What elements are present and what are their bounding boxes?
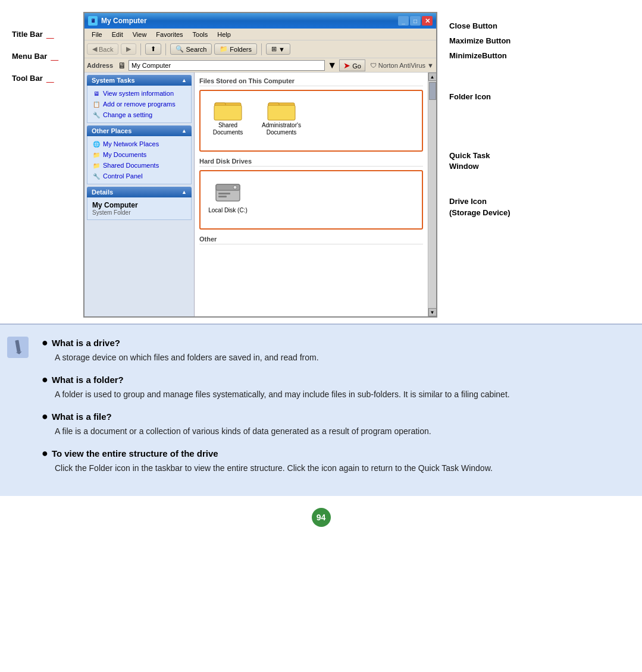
sidebar-item-my-docs[interactable]: 📁 My Documents: [90, 149, 189, 160]
system-tasks-header[interactable]: System Tasks ▲: [87, 75, 192, 86]
shared-docs-label: Shared Documents: [103, 162, 159, 169]
other-places-section: Other Places ▲ 🌐 My Network Places 📁: [87, 125, 192, 184]
info-body-file: A file is a document or a collection of …: [55, 425, 624, 438]
shared-documents-folder[interactable]: Shared Documents: [204, 95, 252, 139]
scrollbar-thumb[interactable]: [429, 82, 436, 100]
system-tasks-section: System Tasks ▲ 🖥 View system information…: [87, 75, 192, 123]
info-title-file: ● What is a file?: [42, 410, 624, 423]
svg-rect-5: [268, 105, 295, 120]
menu-edit[interactable]: Edit: [107, 30, 128, 39]
other-places-chevron: ▲: [181, 128, 187, 134]
go-arrow-icon: ➤: [343, 61, 350, 70]
other-places-header[interactable]: Other Places ▲: [87, 125, 192, 136]
add-remove-label: Add or remove programs: [103, 101, 176, 108]
scroll-down-button[interactable]: ▼: [428, 308, 437, 316]
norton-icon: 🛡: [370, 62, 377, 69]
address-input[interactable]: [129, 60, 325, 71]
menu-favorites[interactable]: Favorites: [151, 30, 187, 39]
back-button[interactable]: ◀ Back: [87, 43, 118, 55]
info-title-drive-text: What is a drive?: [52, 338, 120, 348]
menu-view[interactable]: View: [128, 30, 152, 39]
views-dropdown-icon: ▼: [278, 46, 285, 53]
views-button[interactable]: ⊞ ▼: [266, 43, 290, 55]
details-chevron: ▲: [181, 189, 187, 195]
other-places-label: Other Places: [92, 127, 131, 134]
address-dropdown-icon[interactable]: ▼: [327, 60, 337, 71]
minimize-button[interactable]: _: [398, 16, 409, 26]
drives-grid: Local Disk (C:): [204, 175, 418, 216]
details-label: Details: [92, 189, 113, 196]
address-label: Address: [87, 62, 113, 69]
address-bar: Address 🖥 ▼ ➤ Go 🛡 Norton AntiVirus ▼: [84, 58, 436, 73]
close-button-label: Close Button: [449, 21, 497, 30]
scrollbar[interactable]: ▲ ▼: [428, 73, 436, 316]
details-body: My Computer System Folder: [87, 197, 192, 220]
search-icon: 🔍: [176, 45, 184, 53]
forward-arrow-icon: ▶: [126, 45, 131, 53]
up-button[interactable]: ⬆: [145, 43, 161, 55]
view-system-label: View system information: [103, 90, 174, 97]
menu-tools[interactable]: Tools: [188, 30, 213, 39]
right-annotations: Close Button Maximize Button MinimizeBut…: [437, 12, 642, 218]
sidebar-item-shared-docs[interactable]: 📁 Shared Documents: [90, 160, 189, 171]
local-disk-label: Local Disk (C:): [208, 207, 248, 214]
window-title: My Computer: [101, 17, 398, 25]
info-title-file-text: What is a file?: [52, 412, 112, 422]
control-panel-label: Control Panel: [103, 172, 143, 180]
norton-label: Norton AntiVirus: [378, 62, 425, 69]
my-docs-label: My Documents: [103, 151, 146, 158]
scroll-up-button[interactable]: ▲: [428, 73, 437, 81]
search-button[interactable]: 🔍 Search: [170, 43, 212, 55]
menu-bar: File Edit View Favorites Tools Help: [84, 29, 436, 40]
details-header[interactable]: Details ▲: [87, 187, 192, 197]
hard-disk-section-label: Hard Disk Drives: [199, 158, 423, 167]
title-bar: 🖥 My Computer _ □ ✕: [84, 13, 436, 29]
up-icon: ⬆: [151, 45, 156, 53]
info-item-structure: ● To view the entire structure of the dr…: [42, 447, 624, 475]
maximize-button[interactable]: □: [410, 16, 421, 26]
scrollbar-track[interactable]: [429, 81, 436, 308]
folders-label: Folders: [230, 46, 252, 53]
sidebar-item-network[interactable]: 🌐 My Network Places: [90, 139, 189, 149]
info-section-icon: [7, 337, 29, 358]
go-button[interactable]: ➤ Go: [339, 59, 365, 71]
local-disk-c[interactable]: Local Disk (C:): [204, 175, 252, 216]
info-content: ● What is a drive? A storage device on w…: [42, 337, 624, 475]
info-body-folder: A folder is used to group and manage fil…: [55, 388, 624, 401]
pencil-icon: [11, 339, 25, 356]
bullet-structure: ●: [42, 447, 48, 460]
forward-button[interactable]: ▶: [121, 43, 136, 55]
drive-icon-label: Drive Icon(Storage Device): [449, 197, 511, 217]
info-body-drive: A storage device on which files and fold…: [55, 351, 624, 364]
bullet-folder: ●: [42, 373, 48, 386]
svg-rect-17: [15, 340, 20, 353]
menu-file[interactable]: File: [87, 30, 107, 39]
administrator-docs-folder[interactable]: Administrator's Documents: [258, 95, 305, 139]
details-subtitle: System Folder: [92, 209, 186, 216]
svg-rect-10: [218, 196, 227, 197]
folder-icon-label: Folder Icon: [449, 92, 491, 101]
window-icon: 🖥: [88, 16, 98, 26]
close-button[interactable]: ✕: [422, 16, 433, 26]
administrator-docs-label: Administrator's Documents: [260, 122, 303, 136]
page-number: 94: [312, 508, 331, 527]
info-item-folder: ● What is a folder? A folder is used to …: [42, 373, 624, 401]
shared-docs-icon: 📁: [92, 161, 101, 169]
back-label: Back: [99, 46, 113, 53]
svg-marker-18: [16, 351, 23, 355]
sidebar: System Tasks ▲ 🖥 View system information…: [84, 73, 195, 316]
folders-button[interactable]: 📁 Folders: [214, 43, 257, 55]
sidebar-item-control-panel[interactable]: 🔧 Control Panel: [90, 171, 189, 181]
administrator-docs-icon: [267, 97, 296, 121]
other-places-body: 🌐 My Network Places 📁 My Documents 📁 Sh: [87, 136, 192, 184]
info-item-drive: ● What is a drive? A storage device on w…: [42, 337, 624, 364]
sidebar-item-add-remove[interactable]: 📋 Add or remove programs: [90, 99, 189, 109]
page-number-container: 94: [0, 508, 642, 539]
network-label: My Network Places: [103, 140, 159, 147]
bullet-drive: ●: [42, 337, 48, 349]
sidebar-item-view-system[interactable]: 🖥 View system information: [90, 88, 189, 99]
menu-help[interactable]: Help: [212, 30, 236, 39]
svg-rect-2: [214, 105, 242, 120]
shared-documents-label: Shared Documents: [206, 122, 249, 136]
sidebar-item-change-setting[interactable]: 🔧 Change a setting: [90, 109, 189, 120]
